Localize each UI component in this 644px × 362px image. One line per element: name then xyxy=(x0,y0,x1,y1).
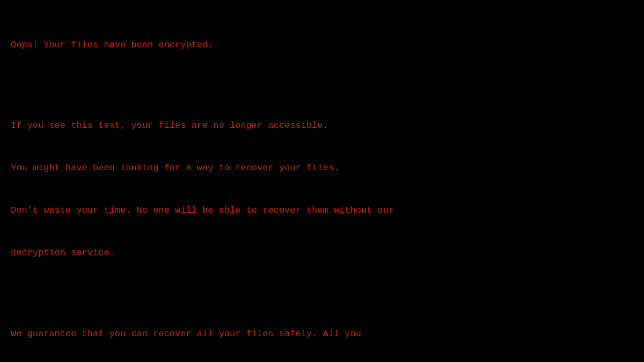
ransomware-screen: Oops! Your files have been encrypted. If… xyxy=(0,0,644,362)
line-6: We guarantee that you can recover all yo… xyxy=(11,327,633,341)
line-1: Oops! Your files have been encrypted. xyxy=(11,38,633,52)
ransom-message: Oops! Your files have been encrypted. If… xyxy=(11,10,633,362)
spacer-2 xyxy=(11,288,633,299)
line-5: decryption service. xyxy=(11,246,633,260)
line-4: Don't waste your time. No one will be ab… xyxy=(11,204,633,218)
line-2: If you see this text, your files are no … xyxy=(11,119,633,133)
line-3: You might have been looking for a way to… xyxy=(11,161,633,175)
spacer-1 xyxy=(11,81,633,91)
